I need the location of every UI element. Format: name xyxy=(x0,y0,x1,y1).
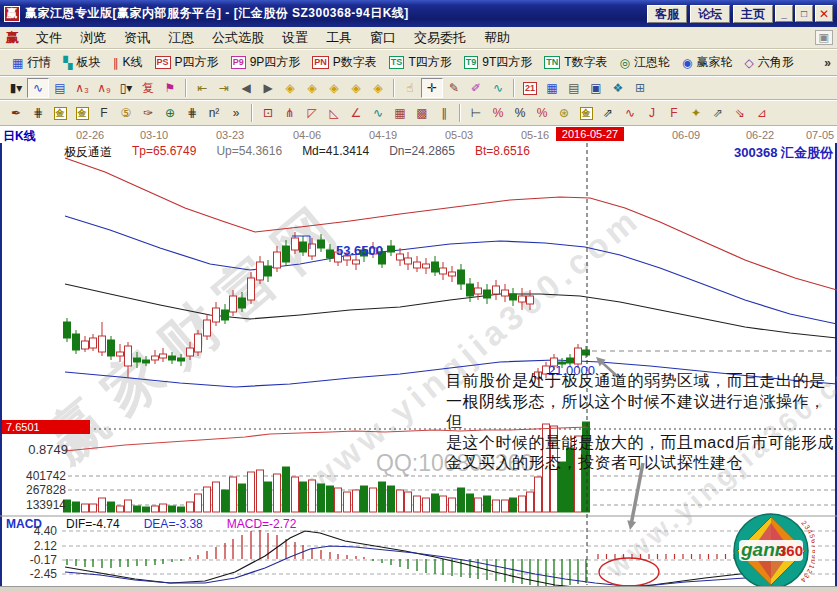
calendar-button[interactable]: 21 xyxy=(519,78,541,98)
prev-bar-button[interactable]: ◀ xyxy=(235,78,257,98)
pen-ruler-button[interactable]: ✑ xyxy=(137,103,159,123)
shade-rect-1-button[interactable]: ◸ xyxy=(301,103,323,123)
percent-line-button[interactable]: % xyxy=(531,103,553,123)
calculator-button[interactable]: ▦ xyxy=(541,78,563,98)
draw-pen-button[interactable]: ✎ xyxy=(443,78,465,98)
gold-line-icon: 金 xyxy=(580,107,593,120)
titlebar-button-论坛[interactable]: 论坛 xyxy=(690,5,730,23)
gold-grid-2-button[interactable]: 金 xyxy=(71,103,93,123)
gold-angle-button[interactable]: ✦ xyxy=(685,103,707,123)
marker-pen-button[interactable]: ✐ xyxy=(465,78,487,98)
grid-1-button[interactable]: ▦ xyxy=(389,103,411,123)
zoom-out-button[interactable]: ◈ xyxy=(367,78,389,98)
restore-rights-button[interactable]: 复 xyxy=(137,78,159,98)
five-wave-button[interactable]: ⑤ xyxy=(115,103,137,123)
zoom-both-button[interactable]: ◈ xyxy=(323,78,345,98)
gold-line-button[interactable]: 金 xyxy=(575,103,597,123)
flag-marker-button[interactable]: ⚑ xyxy=(159,78,181,98)
toolbar-overflow[interactable]: » xyxy=(824,56,831,70)
fan-lines-button[interactable]: ⋔ xyxy=(279,103,301,123)
menu-item[interactable]: 设置 xyxy=(273,28,317,47)
square-numbers-button[interactable]: n² xyxy=(203,103,225,123)
menu-item[interactable]: 帮助 xyxy=(475,28,519,47)
percent-2-button[interactable]: % xyxy=(509,103,531,123)
box-tool-button[interactable]: ⊡ xyxy=(257,103,279,123)
angle-line-button[interactable]: ∠ xyxy=(345,103,367,123)
toolbar-K线[interactable]: ∥K线 xyxy=(107,52,149,73)
zoom-in-button[interactable]: ◈ xyxy=(345,78,367,98)
close-button[interactable]: ✕ xyxy=(815,5,833,22)
toolbar-P数字表[interactable]: PNP数字表 xyxy=(306,52,383,73)
step-3-button[interactable]: ∧₃ xyxy=(71,78,93,98)
chart-mode-toggle-button[interactable]: ∿ xyxy=(27,78,49,98)
menu-item[interactable]: 交易委托 xyxy=(405,28,475,47)
more-tools-button[interactable]: » xyxy=(225,103,247,123)
kline-style-dropdown-button[interactable]: ▮▾ xyxy=(5,78,27,98)
date-tick: 05-03 xyxy=(445,129,473,141)
menu-item[interactable]: 窗口 xyxy=(361,28,405,47)
fibonacci-button[interactable]: F xyxy=(93,103,115,123)
pan-hand-button[interactable]: ☝ xyxy=(399,78,421,98)
triangle-tool-button[interactable]: ⊿ xyxy=(751,103,773,123)
annotation-line: 是这个时候的量能是放大的，而且macd后市可能形成 xyxy=(446,433,837,454)
f-line-button[interactable]: F xyxy=(663,103,685,123)
measure-button[interactable]: ⊢ xyxy=(465,103,487,123)
menu-item[interactable]: 公式选股 xyxy=(203,28,273,47)
curve-tool-button[interactable]: ∿ xyxy=(487,78,509,98)
ruler-grid-button[interactable]: ⋕ xyxy=(27,103,49,123)
cycle-circle-button[interactable]: ⊕ xyxy=(159,103,181,123)
shade-rect-2-button[interactable]: ◺ xyxy=(323,103,345,123)
step-9-button[interactable]: ∧₉ xyxy=(93,78,115,98)
network-share-button[interactable]: ❖ xyxy=(607,78,629,98)
gold-grid-1-button[interactable]: 金 xyxy=(49,103,71,123)
toolbar-行情[interactable]: ▦行情 xyxy=(6,52,57,73)
candle-dropdown-button[interactable]: ▯▾ xyxy=(115,78,137,98)
save-disk-button[interactable]: ▣ xyxy=(585,78,607,98)
speed-line-button[interactable]: ⇗ xyxy=(707,103,729,123)
toolbar-江恩轮[interactable]: ◎江恩轮 xyxy=(614,52,676,73)
toolbar-板块[interactable]: ▚板块 xyxy=(57,52,106,73)
last-bar-button[interactable]: ⇥ xyxy=(213,78,235,98)
gold-circle-button[interactable]: ⊛ xyxy=(553,103,575,123)
drawing-toolbar: ✒⋕金金F⑤✑⊕⋕n²»⊡⋔◸◺∠∿▦▩∥⊢%%%⊛金⇗∿JF✦⇗⇘⊿ xyxy=(0,100,837,126)
wave-line-button[interactable]: ∿ xyxy=(367,103,389,123)
toolbar-P四方形[interactable]: PSP四方形 xyxy=(149,52,225,73)
percent-1-button[interactable]: % xyxy=(487,103,509,123)
toolbar-9T四方形[interactable]: T99T四方形 xyxy=(458,52,539,73)
toolbar-T四方形[interactable]: TST四方形 xyxy=(383,52,458,73)
maximize-button[interactable]: □ xyxy=(795,5,813,22)
menu-right-icon[interactable]: ▣ xyxy=(815,30,833,45)
channel-value: Dn=24.2865 xyxy=(389,144,455,161)
band-tool-button[interactable]: ∿ xyxy=(619,103,641,123)
date-tick: 02-26 xyxy=(76,129,104,141)
toolbar-赢家轮[interactable]: ◉赢家轮 xyxy=(676,52,738,73)
minimize-button[interactable]: _ xyxy=(775,5,793,22)
notepad-button[interactable]: ▤ xyxy=(563,78,585,98)
parallel-lines-button[interactable]: ∥ xyxy=(433,103,455,123)
scale-ruler-button[interactable]: ⋕ xyxy=(181,103,203,123)
j-line-button[interactable]: J xyxy=(641,103,663,123)
menu-item[interactable]: 工具 xyxy=(317,28,361,47)
P四方形-icon: PS xyxy=(155,56,171,69)
crosshair-button[interactable]: ✛ xyxy=(421,78,443,98)
channel-line-button[interactable]: ⇘ xyxy=(729,103,751,123)
toolbar-T数字表[interactable]: TNT数字表 xyxy=(538,52,613,73)
toolbar-六角形[interactable]: ◇六角形 xyxy=(739,52,800,73)
trend-up-button[interactable]: ⇗ xyxy=(597,103,619,123)
next-bar-button[interactable]: ▶ xyxy=(257,78,279,98)
brush-button[interactable]: ✒ xyxy=(5,103,27,123)
K线-icon: ∥ xyxy=(113,57,119,69)
zoom-right-button[interactable]: ◈ xyxy=(301,78,323,98)
menu-item[interactable]: 江恩 xyxy=(159,28,203,47)
first-bar-button[interactable]: ⇤ xyxy=(191,78,213,98)
menu-item[interactable]: 文件 xyxy=(27,28,71,47)
zoom-left-button[interactable]: ◈ xyxy=(279,78,301,98)
data-transfer-button[interactable]: ⊞ xyxy=(629,78,651,98)
info-panel-button[interactable]: ▤ xyxy=(49,78,71,98)
menu-item[interactable]: 浏览 xyxy=(71,28,115,47)
titlebar-button-主页[interactable]: 主页 xyxy=(733,5,773,23)
grid-2-button[interactable]: ▩ xyxy=(411,103,433,123)
toolbar-9P四方形[interactable]: P99P四方形 xyxy=(225,52,307,73)
menu-item[interactable]: 资讯 xyxy=(115,28,159,47)
titlebar-button-客服[interactable]: 客服 xyxy=(647,5,687,23)
